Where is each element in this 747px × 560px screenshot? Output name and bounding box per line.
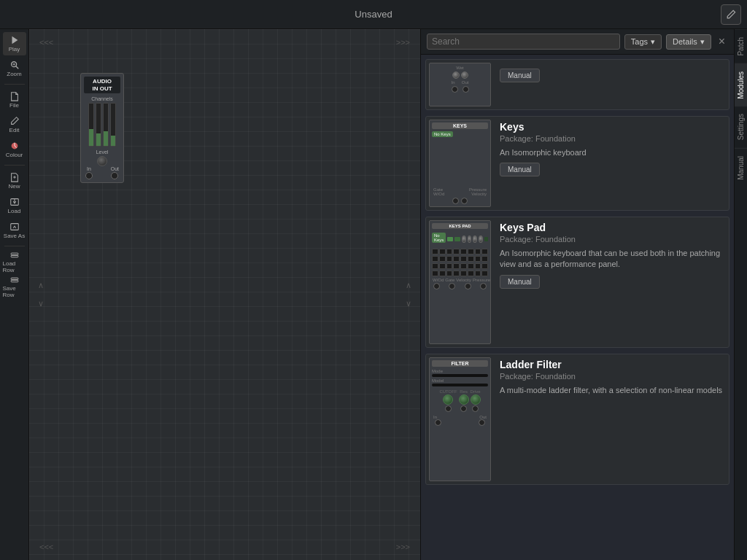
edit-button[interactable] [721, 4, 741, 25]
channel-bar-fill-3 [104, 131, 108, 146]
pad-15[interactable] [475, 256, 481, 262]
sidebar-item-load-row[interactable]: Load Row [3, 250, 26, 273]
left-sidebar: Play Zoom File Edit Colour New [0, 29, 29, 560]
level-label: Level [96, 149, 109, 155]
sidebar-item-edit[interactable]: Edit [3, 113, 26, 136]
pad-28[interactable] [453, 271, 460, 276]
filter-package: Package: Foundation [500, 372, 723, 381]
pad-25[interactable] [432, 271, 438, 276]
tab-manual[interactable]: Manual [735, 148, 747, 187]
wod-label-pad: W/Od [433, 278, 444, 282]
drive-knob[interactable] [471, 394, 481, 405]
pad-port-2[interactable] [449, 283, 455, 289]
sidebar-item-zoom[interactable]: Zoom [3, 57, 26, 80]
sidebar-item-file[interactable]: File [3, 88, 26, 112]
sidebar-item-save-row[interactable]: Save Row [3, 275, 26, 298]
pad-port-4[interactable] [480, 283, 487, 289]
pad-knob-1[interactable] [462, 236, 466, 243]
nav-top-right[interactable]: >>> [393, 35, 413, 50]
pad-1[interactable] [432, 249, 438, 254]
pad-3[interactable] [446, 249, 453, 254]
filter-in-port[interactable] [435, 419, 441, 426]
keys-manual-button[interactable]: Manual [500, 163, 540, 176]
pad-port-3[interactable] [465, 283, 471, 289]
pad-21[interactable] [460, 263, 467, 269]
sidebar-item-new[interactable]: New [3, 169, 26, 192]
tab-settings[interactable]: Settings [735, 106, 747, 147]
cutoff-knob[interactable] [443, 394, 453, 405]
zoom-label: Zoom [7, 71, 21, 77]
play-label: Play [9, 46, 20, 52]
sidebar-item-play[interactable]: Play [3, 32, 26, 55]
pad-2[interactable] [439, 249, 446, 254]
wet-knob-1[interactable] [452, 71, 460, 79]
tab-modules[interactable]: Modules [735, 63, 747, 106]
pad-7[interactable] [475, 249, 481, 254]
nav-top-left[interactable]: <<< [36, 35, 56, 50]
pad-13[interactable] [460, 256, 467, 262]
cutoff-port[interactable] [445, 405, 452, 412]
search-input[interactable] [427, 34, 620, 50]
audio-out-port[interactable] [462, 86, 469, 93]
nav-right-down[interactable]: ∨ [403, 296, 414, 311]
pad-14[interactable] [468, 256, 474, 262]
pad-23[interactable] [475, 263, 481, 269]
tab-patch[interactable]: Patch [735, 29, 747, 63]
drive-port[interactable] [472, 405, 479, 412]
audio-in-port[interactable] [452, 86, 458, 93]
keys-port-2[interactable] [461, 198, 468, 204]
pad-12[interactable] [453, 256, 460, 262]
nav-left-down[interactable]: ∨ [35, 296, 47, 311]
in-port[interactable] [85, 172, 93, 179]
save-row-label: Save Row [3, 285, 26, 298]
pad-10[interactable] [439, 256, 446, 262]
pad-4[interactable] [453, 249, 460, 254]
cutoff-col: CUTOFF [439, 389, 457, 412]
nav-bottom-right[interactable]: >>> [393, 540, 413, 554]
pad-18[interactable] [439, 263, 446, 269]
pad-20[interactable] [453, 263, 460, 269]
pad-22[interactable] [468, 263, 474, 269]
pad-16[interactable] [481, 256, 488, 262]
pad-5[interactable] [460, 249, 467, 254]
pad-knob-2[interactable] [468, 236, 472, 243]
pad-32[interactable] [481, 271, 488, 276]
svg-rect-11 [11, 253, 18, 254]
keys-port-1[interactable] [452, 198, 459, 204]
pad-knob-4[interactable] [479, 236, 483, 243]
wet-knob-2[interactable] [461, 71, 468, 79]
pad-27[interactable] [446, 271, 453, 276]
tags-button[interactable]: Tags ▾ [624, 34, 662, 50]
res-port[interactable] [460, 405, 467, 412]
pad-11[interactable] [446, 256, 453, 262]
audio-manual-button[interactable]: Manual [500, 69, 540, 82]
pad-29[interactable] [460, 271, 467, 276]
pad-19[interactable] [446, 263, 453, 269]
pad-31[interactable] [475, 271, 481, 276]
nav-right-up[interactable]: ∧ [403, 278, 414, 293]
pad-9[interactable] [432, 256, 438, 262]
close-panel-button[interactable]: × [716, 34, 728, 50]
sidebar-item-save-as[interactable]: Save As [3, 219, 26, 242]
velocity-label: Velocity [471, 192, 487, 196]
keys-pad-preview-title: KEYS PAD [432, 223, 488, 229]
pad-26[interactable] [439, 271, 446, 276]
pad-6[interactable] [468, 249, 474, 254]
keys-package: Package: Foundation [500, 134, 723, 143]
keys-pad-manual-button[interactable]: Manual [500, 275, 540, 289]
sidebar-item-load[interactable]: Load [3, 194, 26, 217]
filter-out-port[interactable] [479, 419, 485, 426]
pad-knob-3[interactable] [473, 236, 477, 243]
out-port[interactable] [111, 172, 118, 179]
level-knob[interactable] [97, 156, 107, 166]
sidebar-item-colour[interactable]: Colour [3, 138, 26, 161]
nav-left-up[interactable]: ∧ [35, 278, 47, 293]
pad-17[interactable] [432, 263, 438, 269]
pad-port-1[interactable] [433, 283, 440, 289]
details-button[interactable]: Details ▾ [666, 34, 711, 50]
nav-bottom-left[interactable]: <<< [36, 540, 56, 554]
pad-8[interactable] [481, 249, 488, 254]
pad-30[interactable] [468, 271, 474, 276]
res-knob[interactable] [459, 394, 469, 405]
pad-24[interactable] [481, 263, 488, 269]
